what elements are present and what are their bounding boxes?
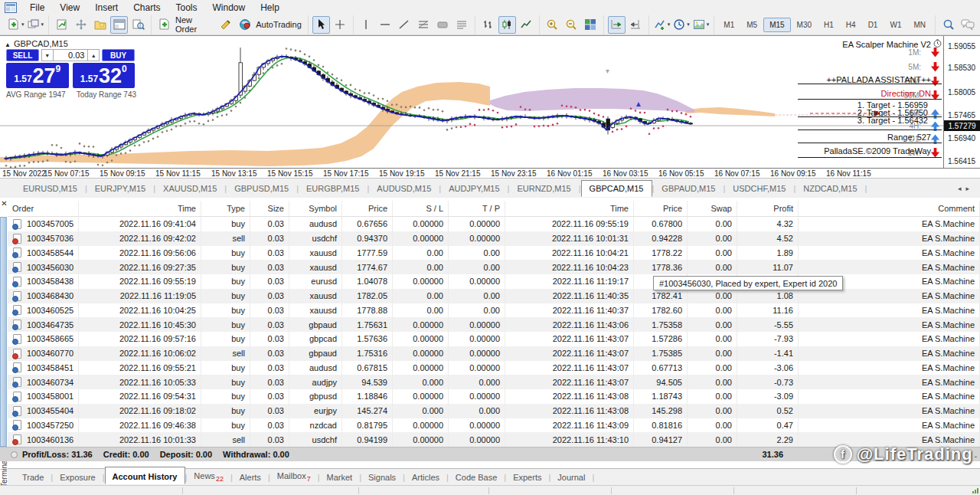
terminal-tab-account-history[interactable]: Account History <box>105 467 185 484</box>
terminal-tab-experts[interactable]: Experts <box>506 470 548 484</box>
terminal-tab-exposure[interactable]: Exposure <box>53 470 102 484</box>
profiles-icon[interactable]: ▾ <box>27 16 45 34</box>
chart-tab-gbpcad[interactable]: GBPCAD,M15 <box>581 180 652 197</box>
chart-tab-nzdcad[interactable]: NZDCAD,M15 <box>795 181 864 196</box>
table-row[interactable]: 10034584512022.11.16 09:55:21buy0.03audu… <box>8 361 980 375</box>
table-row[interactable]: 10034607342022.11.16 10:05:33buy0.03audj… <box>8 375 980 389</box>
terminal-tab-news[interactable]: News22 <box>187 469 230 485</box>
timeframe-d1[interactable]: D1 <box>862 18 884 32</box>
timeframe-m30[interactable]: M30 <box>791 18 818 32</box>
bar-chart-icon[interactable] <box>479 16 497 34</box>
price-axis[interactable]: 1.590551.585301.580051.574651.569401.564… <box>943 36 980 168</box>
table-row[interactable]: 10034586652022.11.16 09:57:16buy0.03gbpc… <box>8 332 980 346</box>
menu-item-window[interactable]: Window <box>205 1 253 15</box>
volume-input[interactable]: 0.03 <box>54 49 88 61</box>
table-row[interactable]: 10034572502022.11.16 09:46:38buy0.03nzdc… <box>8 418 980 433</box>
text-label-icon[interactable] <box>434 16 452 34</box>
table-row[interactable]: 10034684302022.11.16 11:19:05buy0.03xauu… <box>8 289 980 303</box>
periods-icon[interactable]: ▾ <box>672 16 691 34</box>
terminal-icon[interactable] <box>110 16 128 34</box>
table-row[interactable]: 10034554042022.11.16 09:18:02buy0.03eurj… <box>8 404 980 418</box>
line-chart-icon[interactable] <box>518 16 535 34</box>
new-order-icon[interactable] <box>155 16 173 34</box>
table-row[interactable]: 10034605252022.11.16 10:04:25buy0.03xauu… <box>8 303 980 318</box>
timeframe-h4[interactable]: H4 <box>840 18 862 32</box>
crosshair-icon[interactable] <box>332 16 349 34</box>
autotrading-icon[interactable] <box>236 16 253 34</box>
price-chart[interactable] <box>0 36 943 168</box>
time-axis[interactable]: 15 Nov 202215 Nov 07:1515 Nov 09:1515 No… <box>0 168 980 179</box>
timeframe-m5[interactable]: M5 <box>740 18 763 32</box>
horizontal-line-icon[interactable] <box>377 16 394 34</box>
zoom-out-icon[interactable] <box>563 16 580 34</box>
terminal-tab-market[interactable]: Market <box>320 470 360 484</box>
chat-icon[interactable] <box>959 16 976 34</box>
timeframe-m15[interactable]: M15 <box>763 18 790 32</box>
data-window-icon[interactable] <box>72 16 90 34</box>
sell-button[interactable]: SELL <box>6 49 39 61</box>
table-row[interactable]: 10034580012022.11.16 09:54:31buy0.03gbpu… <box>8 389 980 404</box>
chart-tab-xauusd[interactable]: XAUUSD,M15 <box>155 181 224 196</box>
chart-tab-gbpaud[interactable]: GBPAUD,M15 <box>654 181 723 196</box>
templates-icon[interactable]: ▾ <box>692 16 710 34</box>
table-row[interactable]: 10034570052022.11.16 09:41:04buy0.03audu… <box>8 217 980 231</box>
menu-item-help[interactable]: Help <box>253 1 287 15</box>
table-row[interactable]: 10034585442022.11.16 09:56:06buy0.03xauu… <box>8 246 980 261</box>
cursor-icon[interactable] <box>312 16 330 34</box>
chart-tab-eurusd[interactable]: EURUSD,M15 <box>15 181 85 196</box>
market-watch-icon[interactable] <box>53 16 70 34</box>
volume-decrease-button[interactable]: ▼ <box>41 49 54 61</box>
tab-scroll-arrows[interactable]: ◂▸ <box>958 185 974 192</box>
terminal-tab-code-base[interactable]: Code Base <box>449 470 504 484</box>
buy-price[interactable]: 1.57320 <box>73 63 136 88</box>
tester-icon[interactable] <box>129 16 147 34</box>
menu-item-insert[interactable]: Insert <box>87 1 126 15</box>
timeframe-mn[interactable]: MN <box>907 18 932 32</box>
buy-button[interactable]: BUY <box>102 49 135 61</box>
menu-item-file[interactable]: File <box>22 1 52 15</box>
terminal-tab-journal[interactable]: Journal <box>550 470 592 484</box>
terminal-tab-mailbox[interactable]: Mailbox7 <box>270 469 318 485</box>
terminal-tab-signals[interactable]: Signals <box>361 470 403 484</box>
new-order-button[interactable]: New Order <box>175 15 213 34</box>
chart-tab-audusd[interactable]: AUDUSD,M15 <box>369 181 439 196</box>
chart-tab-usdchf[interactable]: USDCHF,M15 <box>725 181 793 196</box>
autotrading-button[interactable]: AutoTrading <box>256 20 302 29</box>
objects-icon[interactable] <box>453 16 471 34</box>
navigator-icon[interactable] <box>91 16 109 34</box>
chart-tab-gbpusd[interactable]: GBPUSD,M15 <box>227 181 296 196</box>
trendline-icon[interactable] <box>396 16 413 34</box>
menu-item-view[interactable]: View <box>52 1 87 15</box>
chart-tab-audjpy[interactable]: AUDJPY,M15 <box>441 181 507 196</box>
vertical-line-icon[interactable] <box>358 16 375 34</box>
terminal-tab-articles[interactable]: Articles <box>405 470 446 484</box>
volume-increase-button[interactable]: ▲ <box>87 49 100 61</box>
timeframe-h1[interactable]: H1 <box>818 18 840 32</box>
chart-tab-eurjpy[interactable]: EURJPY,M15 <box>87 181 153 196</box>
terminal-close-icon[interactable]: ✕ <box>1 200 8 208</box>
candle-chart-icon[interactable] <box>498 16 516 34</box>
menu-item-charts[interactable]: Charts <box>126 1 168 15</box>
menu-item-tools[interactable]: Tools <box>168 1 205 15</box>
terminal-tab-trade[interactable]: Trade <box>15 470 51 484</box>
search-icon[interactable] <box>939 16 957 34</box>
indicators-icon[interactable]: ▾ <box>653 16 671 34</box>
sell-price[interactable]: 1.57279 <box>6 63 69 88</box>
table-row[interactable]: 10034647352022.11.16 10:45:30buy0.03gbpa… <box>8 317 980 332</box>
timeframe-w1[interactable]: W1 <box>884 18 907 32</box>
timeframe-m1[interactable]: M1 <box>717 18 740 32</box>
autoscroll-icon[interactable] <box>608 16 626 34</box>
collapse-triangle-icon[interactable]: ▲ <box>5 41 11 48</box>
new-chart-icon[interactable]: ▾ <box>7 16 25 34</box>
table-row[interactable]: 10034570362022.11.16 09:42:02sell0.03usd… <box>8 231 980 246</box>
terminal-tab-alerts[interactable]: Alerts <box>233 470 268 484</box>
metaeditor-icon[interactable] <box>217 16 234 34</box>
zoom-in-icon[interactable] <box>544 16 561 34</box>
chart-shift-icon[interactable] <box>627 16 645 34</box>
table-row[interactable]: 10034607702022.11.16 10:06:02sell0.03gbp… <box>8 346 980 361</box>
tile-windows-icon[interactable] <box>582 16 599 34</box>
chart-tab-eurgbp[interactable]: EURGBP,M15 <box>299 181 368 196</box>
chart-tab-eurnzd[interactable]: EURNZD,M15 <box>509 181 578 196</box>
table-row[interactable]: 10034560302022.11.16 09:27:35buy0.03xauu… <box>8 260 980 274</box>
fibo-icon[interactable] <box>415 16 433 34</box>
